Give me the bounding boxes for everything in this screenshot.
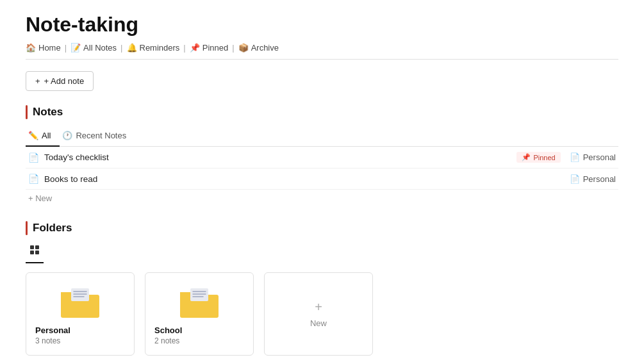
add-note-button[interactable]: + + Add note (26, 71, 94, 91)
folder-info-personal: Personal 3 notes (35, 325, 125, 345)
clock-icon: 🕐 (62, 131, 72, 140)
add-folder-card[interactable]: + New (264, 272, 373, 356)
pin-badge-icon: 📌 (522, 153, 531, 161)
svg-rect-6 (71, 288, 89, 301)
pin-icon: 📌 (190, 43, 200, 53)
table-row[interactable]: 📄 Books to read 📄 Personal (26, 169, 618, 190)
note-doc-icon-2: 📄 (28, 174, 39, 184)
note-right: 📌 Pinned 📄 Personal (516, 152, 616, 163)
folder-card-school[interactable]: School 2 notes (145, 272, 254, 356)
new-note-label: + New (28, 193, 52, 203)
tab-all-label: All (42, 131, 51, 140)
pinned-badge: 📌 Pinned (516, 152, 560, 163)
note-name-cell: 📄 Books to read (28, 174, 511, 184)
pinned-label: Pinned (533, 154, 555, 161)
notes-tab-bar: ✏️ All 🕐 Recent Notes (26, 127, 618, 147)
folder-count-school: 2 notes (154, 336, 244, 345)
svg-rect-1 (35, 245, 39, 249)
folder-icon-school (179, 286, 220, 319)
add-folder-label: New (310, 318, 327, 328)
folders-section-title: Folders (33, 222, 72, 234)
notes-section-header: Notes (26, 105, 618, 119)
breadcrumb: 🏠 Home | 📝 All Notes | 🔔 Reminders | 📌 P… (26, 43, 618, 53)
breadcrumb-all-notes[interactable]: 📝 All Notes (70, 43, 117, 53)
note-right-2: 📄 Personal (516, 174, 616, 184)
breadcrumb-home[interactable]: 🏠 Home (26, 43, 61, 53)
folders-accent-bar (26, 221, 28, 235)
breadcrumb-archive[interactable]: 📦 Archive (238, 43, 279, 53)
tab-all[interactable]: ✏️ All (26, 127, 60, 147)
separator-3: | (183, 43, 185, 53)
breadcrumb-all-notes-label: All Notes (83, 43, 117, 53)
tab-recent-notes[interactable]: 🕐 Recent Notes (60, 127, 135, 147)
folder-doc-icon: 📄 (570, 152, 580, 162)
archive-icon: 📦 (238, 43, 249, 53)
table-row[interactable]: 📄 Today's checklist 📌 Pinned 📄 Personal (26, 147, 618, 169)
folder-name-personal: Personal (35, 325, 125, 335)
folder-info-school: School 2 notes (154, 325, 244, 345)
folders-grid: Personal 3 notes School 2 notes (26, 272, 618, 356)
breadcrumb-archive-label: Archive (251, 43, 279, 53)
tab-recent-notes-label: Recent Notes (76, 131, 126, 140)
breadcrumb-pinned-label: Pinned (202, 43, 228, 53)
folders-section-header: Folders (26, 221, 618, 235)
svg-rect-0 (30, 245, 34, 249)
note-doc-icon: 📄 (28, 152, 39, 163)
folder-count-personal: 3 notes (35, 336, 125, 345)
breadcrumb-reminders-label: Reminders (140, 43, 180, 53)
note-folder: 📄 Personal (570, 152, 616, 162)
note-name-2: Books to read (44, 174, 97, 184)
add-note-label: + Add note (44, 76, 85, 86)
notes-accent-bar (26, 105, 28, 119)
grid-view-button[interactable] (26, 243, 44, 258)
pencil-icon: ✏️ (28, 131, 38, 140)
separator-2: | (120, 43, 122, 53)
notes-table: 📄 Today's checklist 📌 Pinned 📄 Personal (26, 147, 618, 207)
bell-icon: 🔔 (127, 43, 137, 53)
separator-4: | (232, 43, 234, 53)
folders-section: Folders (26, 221, 618, 356)
note-folder-2: 📄 Personal (570, 174, 616, 184)
svg-rect-12 (190, 288, 208, 301)
folder-doc-icon-2: 📄 (570, 174, 580, 184)
home-icon: 🏠 (26, 43, 36, 53)
view-toggle (26, 243, 44, 263)
add-note-row[interactable]: + New (26, 190, 618, 208)
folder-name-school: School (154, 325, 244, 335)
add-folder-plus-icon: + (315, 300, 322, 315)
folder-icon-personal (60, 286, 101, 319)
separator-1: | (65, 43, 67, 53)
header-divider (26, 59, 618, 60)
folder-card-personal[interactable]: Personal 3 notes (26, 272, 135, 356)
notes-section: Notes ✏️ All 🕐 Recent Notes 📄 Today's ch… (26, 105, 618, 207)
grid-icon (29, 245, 40, 257)
notes-icon: 📝 (70, 43, 81, 53)
page-title: Note-taking (26, 13, 618, 37)
breadcrumb-reminders[interactable]: 🔔 Reminders (127, 43, 180, 53)
note-folder-name: Personal (583, 152, 616, 162)
note-folder-name-2: Personal (583, 174, 616, 184)
breadcrumb-pinned[interactable]: 📌 Pinned (190, 43, 228, 53)
notes-section-title: Notes (33, 106, 63, 119)
note-name: Today's checklist (44, 152, 109, 162)
add-icon: + (35, 76, 40, 86)
svg-rect-2 (30, 251, 34, 254)
breadcrumb-home-label: Home (38, 43, 61, 53)
svg-rect-3 (35, 251, 39, 254)
note-name-cell: 📄 Today's checklist (28, 152, 511, 163)
